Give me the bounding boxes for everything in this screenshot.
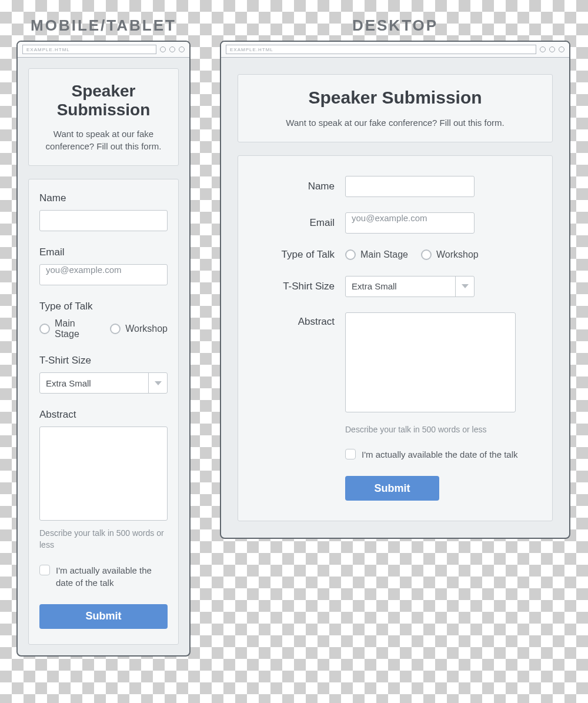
availability-checkbox-row[interactable]: I'm actually available the date of the t… <box>39 564 168 589</box>
window-dot-icon <box>549 46 555 52</box>
radio-icon <box>39 324 50 334</box>
page-title: Speaker Submission <box>249 88 542 108</box>
checkbox-icon <box>39 565 50 575</box>
window-dot-icon <box>179 46 185 52</box>
abstract-textarea[interactable] <box>39 427 168 521</box>
talk-type-row: Type of Talk Main Stage Workshop <box>264 249 526 261</box>
window-controls <box>160 46 185 52</box>
tshirt-label: T-Shirt Size <box>39 355 168 367</box>
page-subtitle: Want to speak at our fake conference? Fi… <box>39 128 168 152</box>
email-input[interactable]: you@example.com <box>39 264 168 285</box>
availability-label: I'm actually available the date of the t… <box>362 448 518 461</box>
mobile-viewport: Speaker Submission Want to speak at our … <box>18 58 189 655</box>
email-input[interactable]: you@example.com <box>345 212 475 234</box>
browser-toolbar: EXAMPLE.HTML <box>221 42 569 58</box>
availability-checkbox-row[interactable]: I'm actually available the date of the t… <box>345 448 526 461</box>
radio-workshop[interactable]: Workshop <box>110 324 168 334</box>
address-bar[interactable]: EXAMPLE.HTML <box>22 45 156 54</box>
talk-type-label: Type of Talk <box>264 249 335 261</box>
page-title: Speaker Submission <box>39 82 168 119</box>
window-dot-icon <box>160 46 166 52</box>
radio-main-stage[interactable]: Main Stage <box>345 249 408 260</box>
tshirt-selected-value: Extra Small <box>40 373 148 393</box>
chevron-down-icon <box>462 284 469 288</box>
submit-button[interactable]: Submit <box>39 604 168 629</box>
form-card: Name Email you@example.com Type of Talk … <box>238 155 553 522</box>
window-dot-icon <box>540 46 546 52</box>
tshirt-select[interactable]: Extra Small <box>39 372 168 394</box>
abstract-label: Abstract <box>39 409 168 421</box>
email-row: Email you@example.com <box>264 212 526 234</box>
window-dot-icon <box>559 46 564 52</box>
page-subtitle: Want to speak at our fake conference? Fi… <box>249 116 542 129</box>
select-dropdown-button[interactable] <box>455 276 474 296</box>
radio-icon <box>345 249 356 260</box>
radio-workshop-label: Workshop <box>436 249 479 260</box>
abstract-label: Abstract <box>264 312 335 328</box>
radio-main-stage-label: Main Stage <box>55 318 97 339</box>
address-bar[interactable]: EXAMPLE.HTML <box>226 45 536 54</box>
radio-main-stage-label: Main Stage <box>360 249 408 260</box>
desktop-column: DESKTOP EXAMPLE.HTML Speaker Submission … <box>220 16 570 539</box>
name-row: Name <box>264 176 526 197</box>
talk-type-row: Type of Talk Main Stage Workshop <box>39 301 168 339</box>
availability-label: I'm actually available the date of the t… <box>56 564 168 589</box>
talk-type-label: Type of Talk <box>39 301 168 312</box>
browser-toolbar: EXAMPLE.HTML <box>18 42 189 58</box>
mobile-tablet-column: MOBILE/TABLET EXAMPLE.HTML Speaker Submi… <box>16 16 191 657</box>
tshirt-select[interactable]: Extra Small <box>345 276 475 297</box>
radio-workshop[interactable]: Workshop <box>421 249 479 260</box>
submit-button[interactable]: Submit <box>345 476 439 501</box>
window-dot-icon <box>169 46 175 52</box>
mobile-tablet-heading: MOBILE/TABLET <box>16 16 191 35</box>
radio-icon <box>110 324 121 334</box>
email-label: Email <box>264 217 335 229</box>
abstract-row: Abstract <box>39 409 168 521</box>
email-label: Email <box>39 246 168 258</box>
radio-icon <box>421 249 432 260</box>
name-label: Name <box>264 181 335 192</box>
abstract-row: Abstract <box>264 312 526 412</box>
talk-type-radio-group: Main Stage Workshop <box>345 249 526 260</box>
desktop-viewport: Speaker Submission Want to speak at our … <box>221 58 569 538</box>
checkbox-icon <box>345 449 356 459</box>
chevron-down-icon <box>155 381 162 385</box>
desktop-heading: DESKTOP <box>220 16 570 35</box>
header-card: Speaker Submission Want to speak at our … <box>238 74 553 142</box>
select-dropdown-button[interactable] <box>148 373 167 393</box>
tshirt-row: T-Shirt Size Extra Small <box>264 276 526 297</box>
radio-main-stage[interactable]: Main Stage <box>39 318 97 339</box>
radio-workshop-label: Workshop <box>125 324 168 334</box>
abstract-hint: Describe your talk in 500 words or less <box>39 528 168 551</box>
abstract-hint: Describe your talk in 500 words or less <box>345 424 526 436</box>
mobile-browser-frame: EXAMPLE.HTML Speaker Submission Want to … <box>16 41 191 657</box>
name-row: Name <box>39 192 168 231</box>
tshirt-row: T-Shirt Size Extra Small <box>39 355 168 394</box>
desktop-browser-frame: EXAMPLE.HTML Speaker Submission Want to … <box>220 41 570 539</box>
form-card: Name Email you@example.com Type of Talk … <box>28 179 179 644</box>
tshirt-selected-value: Extra Small <box>346 276 455 296</box>
email-row: Email you@example.com <box>39 246 168 285</box>
tshirt-label: T-Shirt Size <box>264 281 335 292</box>
name-input[interactable] <box>345 176 475 197</box>
name-input[interactable] <box>39 210 168 231</box>
name-label: Name <box>39 192 168 204</box>
window-controls <box>540 46 564 52</box>
talk-type-radio-group: Main Stage Workshop <box>39 318 168 339</box>
abstract-textarea[interactable] <box>345 312 516 412</box>
header-card: Speaker Submission Want to speak at our … <box>28 68 179 166</box>
